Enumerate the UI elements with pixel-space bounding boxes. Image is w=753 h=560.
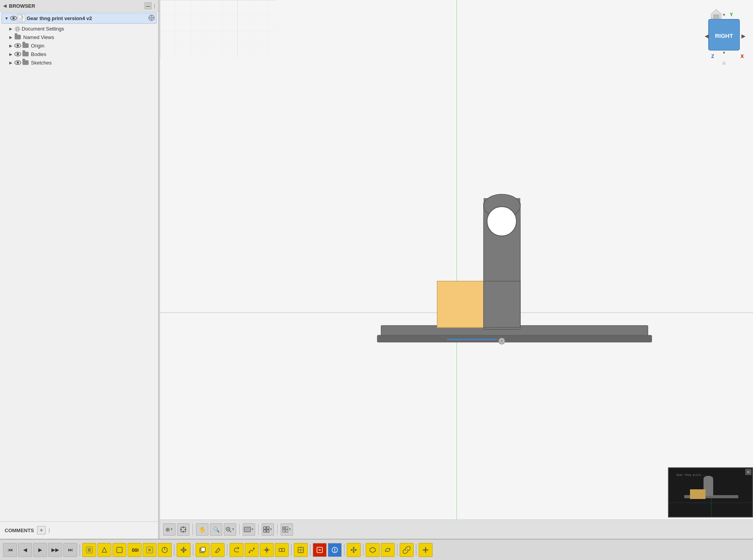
viewport[interactable]: ▼ Y RIGHT ◀ ▶ Z ▼ X xyxy=(160,0,753,539)
svg-rect-79 xyxy=(117,547,122,553)
svg-text:◀: ◀ xyxy=(705,33,709,39)
toolbar-sep-1 xyxy=(193,524,193,535)
svg-point-12 xyxy=(16,28,19,30)
app-container: ◀ BROWSER — | ▼ xyxy=(0,0,753,560)
comments-add-btn[interactable]: + xyxy=(37,526,46,535)
zoom-fit-btn[interactable]: ▼ xyxy=(224,523,236,536)
skip-back-btn[interactable]: ⏮ xyxy=(3,543,17,557)
sidebar-collapse-arrow[interactable]: ◀ xyxy=(3,3,7,8)
svg-point-98 xyxy=(253,548,255,549)
view-settings-btn[interactable]: ▼ xyxy=(281,523,293,536)
svg-rect-65 xyxy=(245,528,250,531)
sidebar-title: BROWSER xyxy=(9,3,142,9)
tree-item-root[interactable]: ▼ xyxy=(2,13,157,24)
display-mode-btn[interactable]: ▼ xyxy=(243,523,255,536)
pb-sep-7 xyxy=(344,544,344,556)
pb-blue-btn[interactable] xyxy=(328,543,342,557)
expand-arrow-named-views[interactable]: ▶ xyxy=(8,34,14,40)
next-btn[interactable]: ▶▶ xyxy=(48,543,62,557)
pb-align-btn[interactable] xyxy=(260,543,274,557)
toolbar-sep-4 xyxy=(277,524,278,535)
tree-item-bodies[interactable]: ▶ Bodies xyxy=(0,50,158,58)
doc-settings-label: Document Settings xyxy=(22,26,64,32)
pb-tool-4[interactable]: 000 xyxy=(128,543,141,557)
pb-link-btn[interactable] xyxy=(400,543,414,557)
svg-text:△: △ xyxy=(722,60,726,64)
play-btn[interactable]: ▶ xyxy=(33,543,47,557)
svg-marker-115 xyxy=(353,552,355,553)
grid-display-btn[interactable]: ▼ xyxy=(262,523,274,536)
pb-tool-5[interactable] xyxy=(143,543,157,557)
toolbar-sep-3 xyxy=(258,524,259,535)
tree-item-sketches[interactable]: ▶ Sketches xyxy=(0,58,158,67)
svg-point-97 xyxy=(249,552,250,553)
pb-sep-4 xyxy=(227,544,227,556)
pb-tool-1[interactable] xyxy=(82,543,96,557)
svg-point-17 xyxy=(17,53,19,55)
pb-transform-btn[interactable] xyxy=(294,543,308,557)
svg-line-61 xyxy=(230,530,232,532)
pb-sep-2 xyxy=(174,544,174,556)
svg-point-29 xyxy=(489,209,514,234)
pb-mesh-btn[interactable] xyxy=(366,543,380,557)
pb-move-btn[interactable] xyxy=(177,543,191,557)
svg-marker-88 xyxy=(182,547,185,549)
prev-btn[interactable]: ◀ xyxy=(18,543,32,557)
pb-path-btn[interactable] xyxy=(245,543,259,557)
svg-point-1 xyxy=(12,17,15,19)
svg-text:▼: ▼ xyxy=(722,13,726,17)
folder-icon-named-views xyxy=(14,34,22,40)
svg-marker-116 xyxy=(351,549,352,551)
svg-point-111 xyxy=(334,550,336,552)
sidebar-header: ◀ BROWSER — | xyxy=(0,0,158,12)
pb-sketch-btn[interactable] xyxy=(211,543,225,557)
tree-item-named-views[interactable]: ▶ Named Views xyxy=(0,33,158,41)
pb-loop-btn[interactable] xyxy=(230,543,244,557)
pb-tool-2[interactable] xyxy=(97,543,111,557)
thumbnail-overlay: × Gear thng print... xyxy=(668,467,753,518)
svg-rect-51 xyxy=(704,476,713,482)
expand-arrow-root[interactable]: ▼ xyxy=(3,15,10,21)
expand-arrow-sketches[interactable]: ▶ xyxy=(8,59,14,66)
tree-item-document-settings[interactable]: ▶ Document Settings xyxy=(0,24,158,33)
svg-marker-78 xyxy=(102,548,107,552)
expand-arrow-bodies[interactable]: ▶ xyxy=(8,51,14,57)
svg-rect-70 xyxy=(283,527,285,529)
svg-text:000: 000 xyxy=(132,547,138,553)
thumbnail-close-btn[interactable]: × xyxy=(745,469,751,475)
svg-marker-91 xyxy=(185,549,187,551)
pan-tool-btn[interactable]: ✋ xyxy=(196,523,208,536)
comments-bar: COMMENTS + | xyxy=(0,521,158,539)
visibility-icon-bodies[interactable] xyxy=(14,51,22,57)
svg-marker-89 xyxy=(182,551,185,553)
pb-red-btn[interactable] xyxy=(313,543,327,557)
gear-icon-doc-settings xyxy=(14,25,20,32)
target-icon-root[interactable] xyxy=(148,15,155,22)
pb-tool-3[interactable] xyxy=(112,543,126,557)
visibility-icon-origin[interactable] xyxy=(14,42,22,49)
expand-arrow-origin[interactable]: ▶ xyxy=(8,42,14,49)
nav-cube[interactable]: ▼ Y RIGHT ◀ ▶ Z ▼ X xyxy=(695,8,745,70)
pb-arrow-all-btn[interactable] xyxy=(347,543,361,557)
skip-forward-btn[interactable]: ⏭ xyxy=(63,543,77,557)
visibility-icon-root[interactable] xyxy=(10,15,17,21)
tree-item-origin[interactable]: ▶ Origin xyxy=(0,41,158,50)
svg-rect-102 xyxy=(279,548,282,552)
pb-rotate-btn[interactable] xyxy=(381,543,395,557)
zoom-btn[interactable]: 🔍 xyxy=(210,523,222,536)
pb-plus-btn[interactable] xyxy=(419,543,433,557)
visibility-icon-sketches[interactable] xyxy=(14,59,22,66)
sidebar-collapse-btn[interactable]: — xyxy=(145,2,152,9)
svg-text:Gear thng print...: Gear thng print... xyxy=(676,473,706,477)
pb-copy-btn[interactable] xyxy=(196,543,210,557)
move-tool-btn[interactable] xyxy=(177,523,189,536)
expand-arrow-doc-settings[interactable]: ▶ xyxy=(8,25,14,32)
svg-rect-68 xyxy=(264,530,266,532)
pb-tool-6[interactable] xyxy=(158,543,172,557)
pb-sym-btn[interactable] xyxy=(275,543,289,557)
playback-toolbar: ⏮ ◀ ▶ ▶▶ ⏭ 000 xyxy=(0,539,753,560)
sidebar-divider-icon: | xyxy=(154,3,155,8)
folder-icon-origin xyxy=(22,42,29,49)
select-tool-btn[interactable]: ⊕▼ xyxy=(163,523,175,536)
svg-marker-117 xyxy=(355,549,357,551)
